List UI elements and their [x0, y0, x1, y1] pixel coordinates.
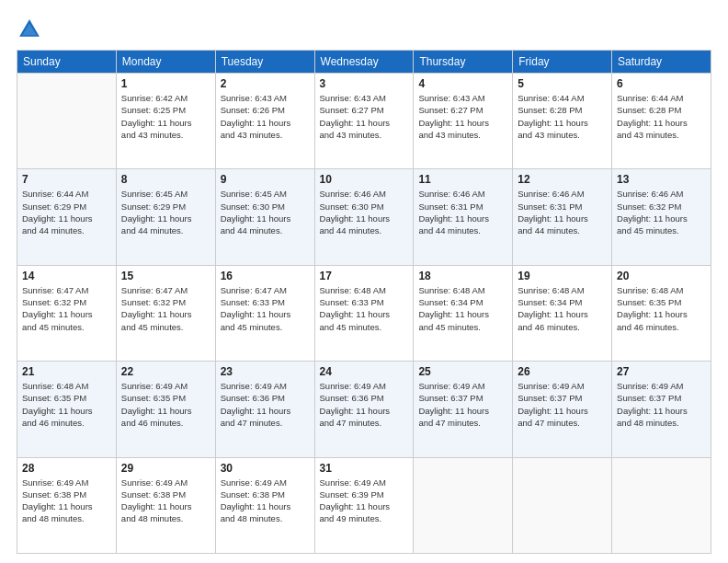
calendar-cell: 18Sunrise: 6:48 AMSunset: 6:34 PMDayligh…	[414, 265, 513, 361]
day-number: 15	[121, 270, 210, 282]
day-number: 12	[518, 173, 607, 186]
day-info: Sunrise: 6:49 AMSunset: 6:38 PMDaylight:…	[121, 477, 210, 525]
day-info: Sunrise: 6:48 AMSunset: 6:35 PMDaylight:…	[617, 284, 706, 333]
calendar-cell: 5Sunrise: 6:44 AMSunset: 6:28 PMDaylight…	[513, 74, 612, 169]
day-number: 26	[518, 365, 607, 378]
weekday-header-wednesday: Wednesday	[314, 51, 414, 74]
sunrise-text: Sunrise: 6:48 AM	[22, 381, 88, 391]
day-number: 31	[320, 462, 409, 475]
day-number: 4	[418, 77, 507, 90]
calendar-cell	[414, 457, 513, 553]
calendar-cell: 4Sunrise: 6:43 AMSunset: 6:27 PMDaylight…	[414, 74, 513, 169]
weekday-header-thursday: Thursday	[414, 51, 513, 74]
sunset-text: Sunset: 6:33 PM	[221, 297, 285, 307]
sunrise-text: Sunrise: 6:49 AM	[121, 477, 188, 488]
day-number: 18	[418, 270, 507, 282]
calendar-cell: 7Sunrise: 6:44 AMSunset: 6:29 PMDaylight…	[17, 169, 117, 265]
calendar-table: SundayMondayTuesdayWednesdayThursdayFrid…	[17, 50, 711, 554]
page: SundayMondayTuesdayWednesdayThursdayFrid…	[0, 0, 728, 563]
day-number: 11	[418, 173, 507, 186]
week-row-4: 21Sunrise: 6:48 AMSunset: 6:35 PMDayligh…	[17, 362, 711, 457]
sunset-text: Sunset: 6:33 PM	[320, 297, 384, 307]
day-info: Sunrise: 6:49 AMSunset: 6:36 PMDaylight:…	[320, 380, 409, 429]
sunset-text: Sunset: 6:38 PM	[22, 489, 86, 500]
day-info: Sunrise: 6:44 AMSunset: 6:28 PMDaylight:…	[518, 92, 607, 141]
day-info: Sunrise: 6:47 AMSunset: 6:32 PMDaylight:…	[22, 284, 111, 333]
daylight-text: Daylight: 11 hours	[518, 118, 588, 128]
weekday-header-row: SundayMondayTuesdayWednesdayThursdayFrid…	[17, 51, 711, 74]
daylight-text: Daylight: 11 hours	[518, 406, 588, 416]
sunrise-text: Sunrise: 6:45 AM	[221, 189, 287, 199]
daylight-text: Daylight: 11 hours	[22, 406, 93, 416]
daylight-text: Daylight: 11 hours	[22, 501, 93, 511]
sunrise-text: Sunrise: 6:48 AM	[418, 285, 484, 295]
day-info: Sunrise: 6:43 AMSunset: 6:27 PMDaylight:…	[320, 92, 409, 141]
sunset-text: Sunset: 6:28 PM	[518, 105, 582, 115]
sunset-text: Sunset: 6:35 PM	[617, 297, 681, 307]
day-info: Sunrise: 6:47 AMSunset: 6:32 PMDaylight:…	[121, 284, 210, 333]
daylight-text: Daylight: 11 hours	[518, 213, 588, 224]
daylight-cont: and 44 minutes.	[221, 225, 283, 236]
sunset-text: Sunset: 6:36 PM	[320, 393, 384, 403]
daylight-text: Daylight: 11 hours	[320, 406, 391, 416]
daylight-text: Daylight: 11 hours	[418, 309, 489, 319]
sunset-text: Sunset: 6:27 PM	[320, 105, 384, 115]
sunrise-text: Sunrise: 6:43 AM	[418, 93, 484, 103]
daylight-cont: and 44 minutes.	[418, 225, 481, 236]
day-number: 22	[121, 365, 210, 378]
sunset-text: Sunset: 6:37 PM	[617, 393, 681, 403]
sunrise-text: Sunrise: 6:48 AM	[320, 285, 386, 295]
logo-icon	[17, 17, 42, 42]
week-row-3: 14Sunrise: 6:47 AMSunset: 6:32 PMDayligh…	[17, 265, 711, 361]
sunrise-text: Sunrise: 6:44 AM	[518, 93, 584, 103]
sunset-text: Sunset: 6:29 PM	[22, 201, 86, 212]
calendar-cell	[612, 457, 711, 553]
day-number: 27	[617, 365, 706, 378]
sunset-text: Sunset: 6:37 PM	[418, 393, 483, 403]
calendar-cell: 26Sunrise: 6:49 AMSunset: 6:37 PMDayligh…	[513, 362, 612, 457]
daylight-cont: and 46 minutes.	[121, 418, 184, 428]
calendar-cell: 3Sunrise: 6:43 AMSunset: 6:27 PMDaylight…	[314, 74, 414, 169]
sunrise-text: Sunrise: 6:46 AM	[418, 189, 484, 199]
day-info: Sunrise: 6:49 AMSunset: 6:35 PMDaylight:…	[121, 380, 210, 429]
day-number: 8	[121, 173, 210, 186]
day-number: 19	[518, 270, 607, 282]
day-info: Sunrise: 6:46 AMSunset: 6:30 PMDaylight:…	[320, 188, 409, 236]
day-info: Sunrise: 6:49 AMSunset: 6:38 PMDaylight:…	[221, 477, 310, 525]
day-number: 1	[121, 77, 210, 90]
day-number: 30	[221, 462, 310, 475]
calendar-cell: 22Sunrise: 6:49 AMSunset: 6:35 PMDayligh…	[116, 362, 215, 457]
daylight-cont: and 48 minutes.	[22, 513, 85, 523]
daylight-text: Daylight: 11 hours	[121, 309, 192, 319]
daylight-text: Daylight: 11 hours	[221, 406, 291, 416]
sunrise-text: Sunrise: 6:49 AM	[418, 381, 484, 391]
daylight-cont: and 45 minutes.	[418, 322, 481, 332]
sunrise-text: Sunrise: 6:43 AM	[320, 93, 386, 103]
day-info: Sunrise: 6:42 AMSunset: 6:25 PMDaylight:…	[121, 92, 210, 141]
week-row-5: 28Sunrise: 6:49 AMSunset: 6:38 PMDayligh…	[17, 457, 711, 553]
calendar-cell: 10Sunrise: 6:46 AMSunset: 6:30 PMDayligh…	[314, 169, 414, 265]
day-info: Sunrise: 6:48 AMSunset: 6:34 PMDaylight:…	[418, 284, 507, 333]
daylight-cont: and 44 minutes.	[121, 225, 184, 236]
sunset-text: Sunset: 6:30 PM	[221, 201, 285, 212]
sunset-text: Sunset: 6:35 PM	[121, 393, 186, 403]
calendar-cell: 23Sunrise: 6:49 AMSunset: 6:36 PMDayligh…	[215, 362, 314, 457]
calendar-cell	[17, 74, 117, 169]
logo	[17, 17, 46, 42]
header	[17, 17, 711, 42]
calendar-cell: 8Sunrise: 6:45 AMSunset: 6:29 PMDaylight…	[116, 169, 215, 265]
sunrise-text: Sunrise: 6:49 AM	[221, 477, 287, 488]
daylight-text: Daylight: 11 hours	[221, 118, 291, 128]
weekday-header-sunday: Sunday	[17, 51, 117, 74]
daylight-text: Daylight: 11 hours	[121, 501, 192, 511]
daylight-text: Daylight: 11 hours	[418, 118, 489, 128]
day-info: Sunrise: 6:47 AMSunset: 6:33 PMDaylight:…	[221, 284, 310, 333]
day-number: 14	[22, 270, 111, 282]
day-info: Sunrise: 6:45 AMSunset: 6:29 PMDaylight:…	[121, 188, 210, 236]
daylight-cont: and 47 minutes.	[418, 418, 481, 428]
day-info: Sunrise: 6:46 AMSunset: 6:31 PMDaylight:…	[518, 188, 607, 236]
day-number: 24	[320, 365, 409, 378]
daylight-cont: and 48 minutes.	[617, 418, 679, 428]
week-row-2: 7Sunrise: 6:44 AMSunset: 6:29 PMDaylight…	[17, 169, 711, 265]
sunset-text: Sunset: 6:37 PM	[518, 393, 582, 403]
